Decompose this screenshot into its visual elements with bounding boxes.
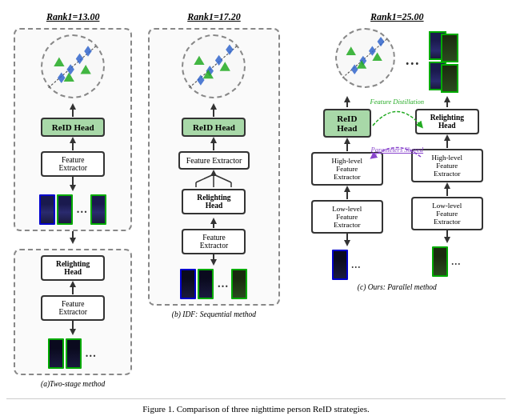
person-img-stack-3 [441, 34, 458, 62]
arrow-col1-1 [68, 103, 78, 118]
svg-line-37 [214, 174, 231, 182]
person-img-stack-4 [441, 64, 458, 93]
arrow-col1-3 [68, 177, 78, 191]
arrow-col2-1 [209, 103, 218, 118]
rank-label-col2: Rank1=17.20 [187, 11, 241, 23]
svg-marker-57 [344, 240, 350, 246]
images-col3-right: … [432, 246, 462, 277]
dots: … [76, 203, 87, 216]
svg-marker-31 [210, 137, 217, 143]
caption-col1: (a)Two-stage method [41, 380, 105, 388]
scatter-svg-col2 [183, 36, 244, 97]
arrow-col3-low-img-left [339, 234, 355, 246]
person-img [66, 338, 82, 369]
arrow-col3-high-low-left [339, 186, 355, 200]
person-img [432, 246, 448, 277]
params-arrow-svg [353, 126, 441, 158]
svg-marker-43 [351, 64, 358, 74]
arrow-col1-4 [68, 281, 78, 295]
feature-extractor-col1-bottom: FeatureExtractor [41, 295, 105, 321]
svg-marker-19 [70, 329, 76, 335]
svg-line-35 [196, 174, 214, 182]
person-img [231, 269, 247, 299]
relighting-head-col2: RelightingHead [182, 189, 246, 214]
images-col2: … [180, 269, 247, 299]
svg-marker-24 [226, 44, 234, 54]
svg-marker-11 [70, 137, 76, 143]
svg-marker-21 [198, 74, 206, 85]
svg-marker-2 [67, 64, 75, 74]
person-img [180, 269, 196, 299]
arrow-col2-2 [209, 137, 218, 151]
arrow-col3-high-low-right [439, 182, 455, 197]
col2-dashed-box: ReID Head Feature Extractor R [148, 28, 280, 306]
dots: … [85, 347, 96, 360]
svg-marker-46 [378, 37, 385, 46]
svg-marker-59 [444, 96, 450, 102]
reid-head-col1: ReID Head [41, 118, 105, 137]
arrow-col2-4 [209, 254, 218, 266]
svg-marker-51 [344, 96, 350, 102]
svg-marker-5 [54, 58, 64, 66]
svg-marker-61 [444, 134, 450, 141]
dots: … [351, 259, 361, 271]
scatter-plot-col2 [182, 34, 246, 98]
dots-col3: … [405, 52, 419, 69]
svg-marker-4 [84, 46, 92, 56]
svg-marker-27 [220, 62, 230, 70]
images-col3-left: … [332, 250, 362, 280]
caption-col3: (c) Ours: Parallel method [358, 283, 437, 291]
col3-inner: … [293, 28, 501, 280]
svg-marker-53 [344, 138, 350, 144]
svg-marker-65 [444, 237, 450, 243]
person-img [90, 194, 106, 225]
svg-marker-25 [194, 56, 205, 65]
person-img [198, 269, 214, 299]
rank-label-col3: Rank1=25.00 [370, 11, 424, 23]
svg-marker-29 [210, 103, 217, 110]
person-img [57, 194, 73, 225]
person-img [48, 338, 64, 369]
dots: … [217, 278, 228, 290]
col1-two-stage: Rank1=13.00 [11, 11, 135, 388]
scatter-svg-col1 [42, 36, 103, 97]
svg-marker-55 [344, 186, 350, 192]
reid-head-col2: ReID Head [182, 118, 246, 137]
svg-marker-17 [70, 281, 76, 287]
col1-bottom-box: RelightingHead FeatureExtractor … [14, 249, 132, 375]
svg-marker-9 [70, 103, 76, 110]
figure-caption: Figure 1. Comparison of three nighttime … [6, 398, 506, 414]
col1-top-box: ReID Head FeatureExtractor … [14, 28, 132, 231]
images-col1-top: … [39, 194, 106, 225]
relighting-head-col1: RelightingHead [41, 255, 105, 281]
low-level-right-col3: Low-levelFeatureExtractor [411, 197, 483, 230]
person-img [332, 250, 348, 280]
diagrams-row: Rank1=13.00 [6, 8, 506, 395]
images-col1-bottom: … [48, 338, 98, 369]
svg-marker-63 [444, 182, 450, 189]
svg-marker-7 [81, 65, 91, 74]
col3-parallel: Rank1=25.00 [293, 11, 501, 291]
svg-marker-13 [70, 185, 76, 191]
distillation-arrow-svg [353, 82, 441, 130]
rank-label-col1: Rank1=13.00 [46, 11, 100, 23]
arrow-col1-connect [68, 231, 78, 244]
low-level-left-col3: Low-levelFeatureExtractor [311, 200, 383, 234]
scatter-svg-col3 [337, 30, 394, 86]
svg-marker-47 [346, 46, 356, 55]
feature-extractor-col1-top: FeatureExtractor [41, 151, 105, 177]
feature-extractor-col2: Feature Extractor [178, 151, 250, 170]
caption-col2: (b) IDF: Sequential method [172, 310, 256, 318]
multi-arrow-col2 [174, 170, 254, 189]
main-container: Rank1=13.00 [0, 0, 512, 420]
arrow-col1-2 [68, 137, 78, 151]
person-img [39, 194, 55, 225]
svg-marker-41 [210, 259, 217, 266]
arrow-col3-relight-top [439, 96, 455, 109]
col2-sequential: Rank1=17.20 [144, 11, 284, 318]
dots: … [451, 256, 461, 268]
svg-marker-15 [70, 238, 76, 244]
arrow-col2-3 [209, 218, 218, 229]
svg-marker-39 [210, 218, 217, 224]
scatter-plot-col1 [41, 34, 105, 98]
